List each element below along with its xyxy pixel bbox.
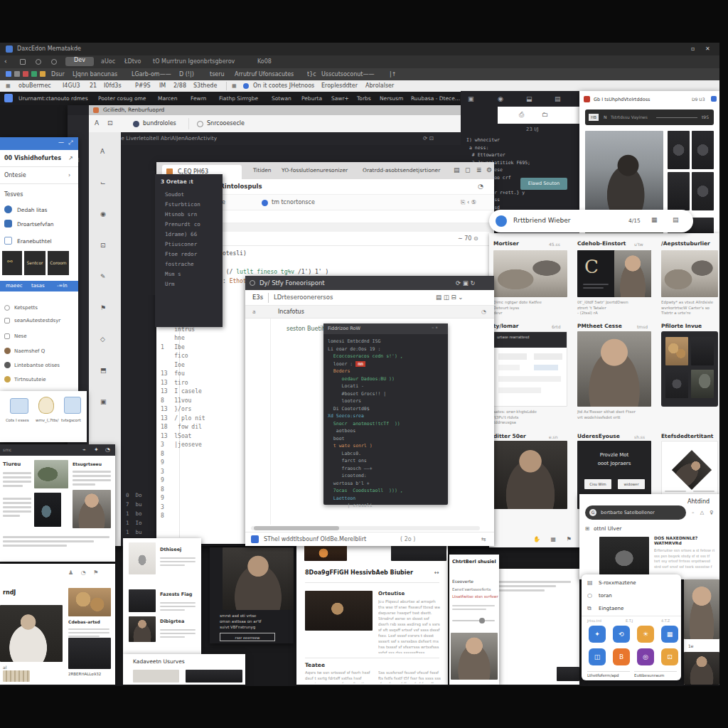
terminal-controls[interactable]: ⁼ * — [432, 326, 438, 331]
menu-item[interactable]: Peburta — [301, 95, 322, 102]
editor-tab[interactable]: bundrololes — [143, 120, 176, 127]
address-bar[interactable]: Dsur LJqnn bancunas LGarb-om—— D (!|) ts… — [0, 68, 719, 80]
list-item-label[interactable]: Tirtnsututeie — [14, 377, 46, 382]
save-icon[interactable]: ⎙ — [519, 111, 524, 119]
titlebar-icons[interactable]: ⟳ ▣ ↻ — [456, 279, 476, 287]
card-title[interactable]: Mortiser — [493, 240, 519, 247]
dark-tile[interactable]: ⚯ — [2, 251, 22, 275]
list-icon[interactable]: ≣ — [476, 166, 482, 173]
entry-photo[interactable] — [129, 616, 156, 642]
panel-row[interactable]: Ontesie › — [0, 167, 78, 184]
list-item-label[interactable]: Nese — [14, 333, 27, 339]
tool-icon-frame[interactable]: ⊡ — [107, 119, 113, 127]
reload-icon[interactable] — [51, 59, 57, 65]
list-item-label[interactable]: Lintebantse otises — [14, 363, 60, 368]
star-icon[interactable]: ✦ — [94, 446, 99, 453]
nav-item[interactable]: -=ln — [57, 283, 68, 289]
tool-icon-pointer[interactable]: A — [100, 148, 105, 155]
dark-tile[interactable]: Coroom — [48, 251, 69, 275]
app-icon-share[interactable]: ⟲ — [613, 626, 630, 643]
card-title[interactable]: /Aepststuburlier — [661, 240, 710, 247]
thumb[interactable] — [133, 670, 179, 682]
photo-dark[interactable] — [68, 638, 111, 669]
gallery-thumb[interactable] — [668, 131, 690, 169]
card-photo-grid[interactable] — [661, 331, 718, 407]
profile-icon[interactable] — [36, 59, 41, 65]
doc-photo-top[interactable] — [304, 545, 347, 561]
folder-icon[interactable]: 🗀 — [542, 111, 548, 118]
nav-item[interactable]: tasas — [31, 283, 45, 289]
gallery-searchbar[interactable]: HB N Tstrtdssu Vayines t9S — [585, 109, 714, 125]
tab-item[interactable]: tO Murrtrun Igeonbrtsgberov — [153, 58, 235, 65]
bookmark[interactable]: On it cootes JHetnoos — [253, 82, 314, 89]
entry-title[interactable]: Fazests Fiag — [160, 592, 192, 597]
dark-tile[interactable]: Sentcor — [24, 251, 46, 275]
camera-icon[interactable]: ▣ — [468, 95, 474, 102]
bookmark[interactable]: IM — [159, 82, 166, 89]
article-photo-green[interactable] — [34, 460, 68, 488]
photo-woman-white[interactable] — [0, 605, 63, 662]
card-photo[interactable] — [661, 250, 718, 297]
article-photo-flower[interactable] — [34, 493, 61, 527]
panel-row[interactable]: 00 Vishidhofurtes ↗ — [0, 150, 78, 167]
tree-header[interactable]: 3 Oretae :t — [161, 178, 193, 185]
list-item-label[interactable]: seanAutestestdsyr — [14, 318, 60, 323]
app-icon-share[interactable]: ◫ — [589, 648, 606, 665]
card-title[interactable]: ty/lomar — [493, 323, 519, 329]
menu-item[interactable]: Fiathp Sirrrgbe — [219, 95, 258, 102]
result-photo[interactable] — [599, 537, 649, 576]
card-title[interactable]: Cdehob-Einstort — [577, 240, 626, 247]
entry-title[interactable]: Dibigrtea — [160, 619, 184, 624]
list-item-label[interactable]: Dedah litas — [17, 207, 48, 213]
app-icon-share[interactable]: B — [613, 648, 630, 665]
bookmark[interactable]: Abrolalser — [365, 82, 394, 89]
grid-icon[interactable]: ▦ — [232, 83, 237, 89]
globe-icon[interactable]: ◉ — [498, 95, 503, 102]
card-title[interactable]: Pfilorte Invue — [661, 323, 702, 329]
gallery-thumb[interactable] — [668, 172, 690, 210]
nav-item[interactable]: maeec — [6, 283, 23, 289]
apps-icon[interactable]: ▦ — [6, 83, 11, 89]
refresh-icon[interactable]: ◔ — [478, 183, 483, 190]
menu-item[interactable]: Torbs — [357, 95, 371, 102]
maximize-icon[interactable]: ⤢ — [68, 139, 73, 146]
photo-device[interactable] — [129, 542, 156, 574]
tool-icon-pen[interactable]: ✎ — [100, 273, 106, 280]
tree-items[interactable]: Soudot Fsturbticon Htsnob srn Prenurdt c… — [165, 190, 200, 289]
gear-icon[interactable]: ⚙ — [486, 166, 492, 173]
app-icon-folder[interactable] — [64, 397, 81, 414]
tab-item[interactable]: aUoc — [101, 58, 115, 65]
copy-icon[interactable]: ▤ — [454, 166, 460, 173]
entry-photo[interactable] — [129, 589, 156, 612]
search-pill[interactable]: G bertbarte Satelbollener — [585, 505, 686, 520]
thumb-strip[interactable] — [557, 667, 579, 681]
menu-item[interactable]: Sawr+ — [331, 95, 349, 102]
promo-button[interactable]: Cisu Wim — [584, 479, 611, 489]
pin-icon[interactable]: ◔ — [481, 309, 486, 315]
list-item-label[interactable]: Droartsefvfan — [17, 221, 54, 228]
breadcrumb-icons[interactable]: ⟳ ⊡ — [423, 135, 434, 141]
account-icon[interactable] — [243, 83, 249, 89]
app-icon-files[interactable] — [10, 398, 28, 414]
share-option[interactable]: S-roxxmaztene — [599, 580, 636, 586]
panel-icon[interactable]: ▤ — [555, 95, 561, 102]
window-icon[interactable]: ◻ — [465, 166, 470, 173]
row-icons[interactable]: ⎘ ‹ ⑤ — [461, 199, 476, 206]
menu-item[interactable]: Pooter cosug ome — [98, 95, 146, 102]
link-icon[interactable]: ⌁ — [82, 446, 86, 453]
menu-item[interactable]: Nersusm — [380, 95, 403, 102]
menu-item[interactable]: Ruubasa - Dtece… — [411, 95, 460, 102]
card-photo[interactable]: C — [577, 250, 651, 297]
user-icon[interactable]: ⬓ — [526, 95, 532, 102]
app-icon-share[interactable]: ☀ — [637, 626, 654, 643]
toolbar-icons[interactable]: ▤ ◫ ⊟ ⌄ — [436, 294, 463, 301]
share-option[interactable]: toran — [599, 593, 612, 599]
card-photo-portrait[interactable] — [493, 441, 567, 509]
panel-photo[interactable] — [451, 633, 498, 680]
list-view-icon[interactable]: ▤ — [673, 216, 679, 223]
photo-keys[interactable] — [3, 670, 30, 682]
menu-item[interactable]: Ururnamt:ctanouto rdmes — [18, 95, 88, 102]
gallery-photo-man[interactable] — [585, 131, 663, 213]
card-title[interactable]: PMtheet Cesse — [577, 323, 622, 329]
panel-header-icons[interactable]: ∼ 70 ⊙ — [458, 235, 478, 242]
